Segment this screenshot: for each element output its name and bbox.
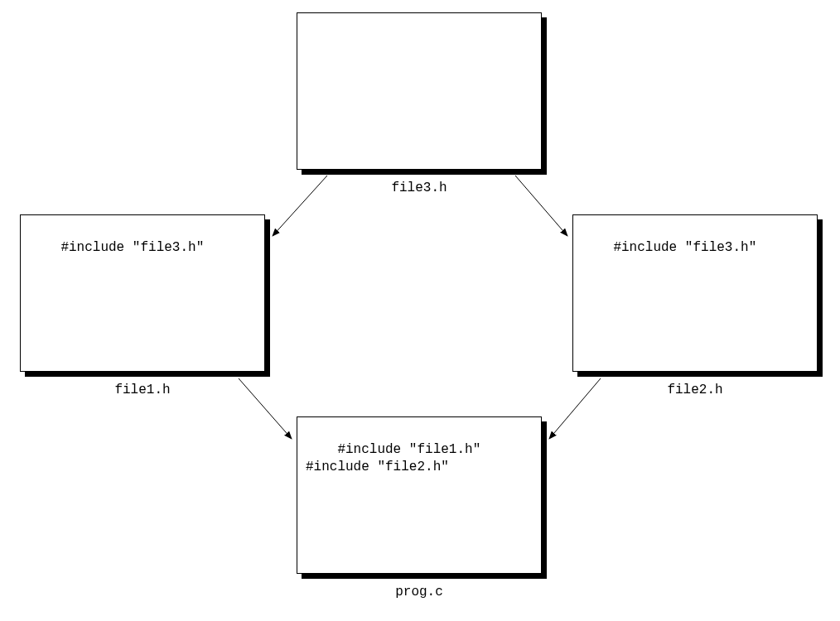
file-box-file2: #include "file3.h": [572, 214, 818, 372]
file-label-prog: prog.c: [297, 585, 542, 599]
file-label-file1: file1.h: [20, 383, 265, 397]
file-box-prog: #include "file1.h" #include "file2.h": [297, 416, 542, 574]
file-content-file1: #include "file3.h": [60, 240, 204, 255]
file-label-file3: file3.h: [297, 181, 542, 195]
file-content-prog: #include "file1.h" #include "file2.h": [306, 442, 480, 474]
file-box-file1: #include "file3.h": [20, 214, 265, 372]
file-content-file2: #include "file3.h": [613, 240, 756, 255]
file-box-file3: [297, 12, 542, 170]
file-label-file2: file2.h: [572, 383, 818, 397]
